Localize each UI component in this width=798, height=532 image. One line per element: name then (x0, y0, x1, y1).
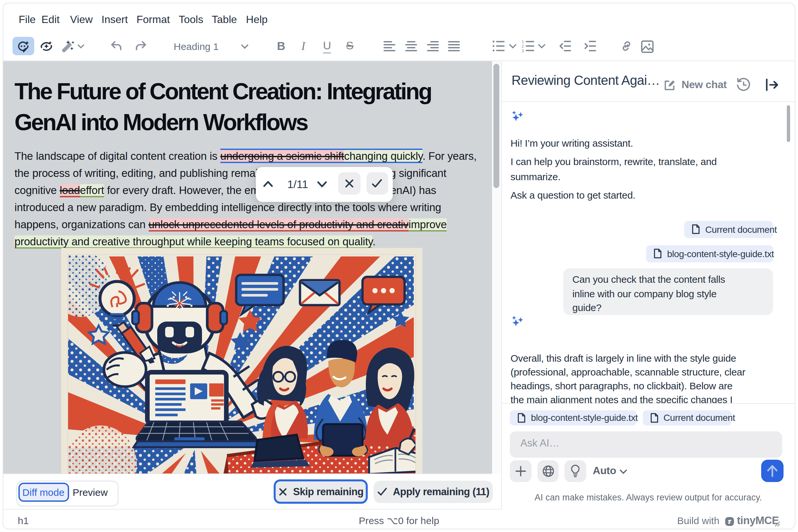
svg-text:2: 2 (522, 44, 524, 49)
svg-text:1: 1 (522, 39, 524, 44)
svg-text:3: 3 (522, 49, 524, 53)
